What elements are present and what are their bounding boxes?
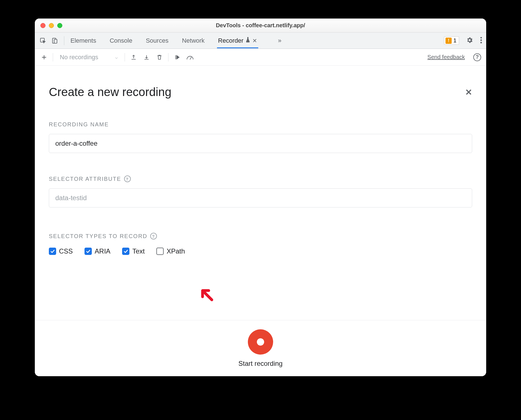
recorder-toolbar: No recordings ⌵ Send feedback ?	[35, 49, 486, 66]
start-recording-button[interactable]	[248, 329, 273, 355]
checkbox-label: Text	[132, 247, 145, 255]
close-window-button[interactable]	[40, 23, 45, 28]
performance-icon[interactable]	[186, 53, 194, 61]
close-tab-icon[interactable]: ✕	[252, 38, 257, 44]
selector-types-group: CSSARIATextXPath	[49, 247, 472, 255]
devtools-tabbar: Elements Console Sources Network Recorde…	[35, 33, 486, 49]
svg-rect-2	[54, 39, 57, 43]
delete-icon[interactable]	[155, 53, 164, 61]
devtools-window: DevTools - coffee-cart.netlify.app/ Elem…	[35, 19, 486, 376]
record-dot-icon	[257, 338, 264, 346]
svg-point-3	[480, 37, 482, 38]
warnings-badge[interactable]: ! 1	[444, 36, 459, 45]
chevron-down-icon: ⌵	[115, 54, 118, 60]
tab-recorder-label: Recorder	[218, 37, 243, 44]
tab-sources[interactable]: Sources	[145, 33, 170, 48]
warning-icon: !	[445, 38, 452, 44]
selector-type-text[interactable]: Text	[122, 247, 145, 255]
selector-attribute-label: SELECTOR ATTRIBUTE	[49, 176, 121, 182]
add-recording-icon[interactable]	[40, 53, 48, 61]
help-icon[interactable]: ?	[150, 233, 157, 239]
replay-icon[interactable]	[173, 53, 181, 61]
zoom-window-button[interactable]	[57, 23, 62, 28]
page-heading: Create a new recording	[49, 85, 172, 99]
selector-attribute-input[interactable]	[49, 188, 472, 207]
tabs-overflow-icon[interactable]: »	[278, 37, 281, 44]
selector-type-xpath[interactable]: XPath	[156, 247, 185, 255]
tab-recorder[interactable]: Recorder ✕	[217, 33, 258, 48]
close-panel-icon[interactable]: ✕	[465, 87, 472, 97]
content: Create a new recording ✕ RECORDING NAME …	[35, 66, 486, 376]
selector-types-label: SELECTOR TYPES TO RECORD	[49, 233, 147, 239]
inspect-icon[interactable]	[39, 36, 47, 45]
send-feedback-link[interactable]: Send feedback	[428, 54, 465, 60]
tab-console[interactable]: Console	[109, 33, 134, 48]
settings-icon[interactable]	[466, 36, 473, 45]
recording-name-label: RECORDING NAME	[49, 121, 472, 128]
tab-elements[interactable]: Elements	[69, 33, 97, 48]
window-title: DevTools - coffee-cart.netlify.app/	[216, 22, 305, 29]
minimize-window-button[interactable]	[49, 23, 54, 28]
device-toggle-icon[interactable]	[51, 36, 59, 45]
checkbox-label: ARIA	[95, 247, 110, 255]
recordings-dropdown[interactable]: No recordings ⌵	[58, 54, 120, 61]
warning-count: 1	[453, 37, 456, 44]
traffic-lights	[40, 23, 62, 28]
export-icon[interactable]	[129, 53, 138, 61]
experiment-icon	[246, 37, 250, 44]
svg-point-5	[480, 42, 482, 43]
checkbox-icon	[49, 248, 56, 255]
recordings-dropdown-label: No recordings	[60, 54, 98, 61]
tab-network[interactable]: Network	[181, 33, 206, 48]
help-icon[interactable]: ?	[473, 53, 481, 61]
checkbox-label: XPath	[166, 247, 185, 255]
selector-type-css[interactable]: CSS	[49, 247, 73, 255]
import-icon[interactable]	[142, 53, 151, 61]
help-icon[interactable]: ?	[124, 175, 131, 182]
checkbox-icon	[84, 248, 92, 255]
recording-name-input[interactable]	[49, 134, 472, 153]
footer: Start recording	[35, 320, 486, 376]
checkbox-label: CSS	[59, 247, 73, 255]
more-icon[interactable]	[480, 36, 482, 45]
svg-point-4	[480, 39, 482, 41]
annotation-arrow-icon: ➜	[191, 280, 222, 311]
titlebar: DevTools - coffee-cart.netlify.app/	[35, 19, 486, 33]
checkbox-icon	[122, 248, 129, 255]
start-recording-label: Start recording	[238, 360, 282, 368]
checkbox-icon	[156, 248, 164, 255]
selector-type-aria[interactable]: ARIA	[84, 247, 110, 255]
tablist: Elements Console Sources Network Recorde…	[69, 33, 282, 48]
